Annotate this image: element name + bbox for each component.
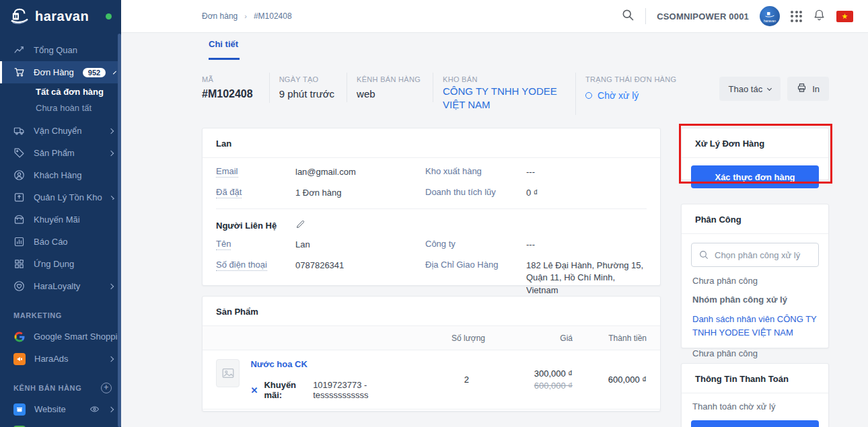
sidebar-item-haraloyalty[interactable]: HaraLoyalty: [0, 275, 121, 297]
payment-status: Thanh toán chờ xử lý: [682, 393, 828, 413]
eye-icon[interactable]: [89, 403, 100, 415]
unassigned-status-2: Chưa phân công: [682, 348, 828, 358]
name-label: Tên: [216, 239, 295, 249]
sidebar-item-overview[interactable]: Tổng Quan: [0, 39, 121, 61]
chevron-right-icon: [108, 150, 114, 155]
breadcrumb-orders-link[interactable]: Đơn hàng: [202, 11, 238, 21]
revenue-label: Doanh thu tích lũy: [425, 187, 526, 197]
status-pending-icon: [585, 92, 592, 99]
sidebar-item-inventory[interactable]: Quản Lý Tồn Kho: [0, 186, 121, 208]
breadcrumb-current: #M102408: [254, 11, 292, 21]
bar-chart-icon: [13, 236, 25, 247]
phone-value: 0787826341: [295, 260, 425, 272]
product-qty: 2: [404, 375, 485, 385]
sidebar-scrollbar[interactable]: [118, 34, 121, 427]
staff-list-link[interactable]: Danh sách nhân viên CÔNG TY TNHH YODEE V…: [682, 313, 828, 340]
website-icon: [13, 403, 26, 416]
sidebar-item-customers[interactable]: Khách Hàng: [0, 164, 121, 186]
add-channel-icon[interactable]: +: [101, 383, 112, 393]
order-channel-field: KÊNH BÁN HÀNG web: [347, 73, 433, 102]
chevron-right-icon: [108, 128, 114, 133]
app-launcher-icon[interactable]: [791, 11, 802, 22]
export-warehouse-value: ---: [526, 166, 647, 179]
logo[interactable]: haravan: [0, 0, 121, 32]
phone-label: Số điện thoại: [216, 260, 295, 270]
sidebar-item-apps[interactable]: Ứng Dụng: [0, 253, 121, 275]
sidebar-item-website[interactable]: Website: [0, 398, 121, 420]
top-header: Đơn hàng › #M102408 CSOMNIPOWER 0001 har…: [121, 0, 868, 33]
assignment-title: Phân Công: [682, 204, 828, 234]
payment-title: Thông Tin Thanh Toán: [682, 364, 828, 393]
company-label: Công ty: [425, 239, 526, 249]
avatar[interactable]: haravan: [760, 6, 780, 26]
order-status: Chờ xử lý: [598, 90, 639, 101]
products-title: Sản Phẩm: [203, 297, 660, 326]
column-total: Thành tiền: [573, 334, 647, 343]
tab-active-underline: [209, 58, 240, 60]
search-icon: [698, 249, 709, 260]
sidebar-item-all-orders[interactable]: Tất cả đơn hàng: [0, 83, 121, 100]
person-icon: [13, 169, 25, 181]
payment-card: Thông Tin Thanh Toán Thanh toán chờ xử l…: [681, 363, 829, 427]
export-warehouse-label: Kho xuất hàng: [425, 166, 526, 176]
chevron-right-icon: [108, 406, 114, 412]
actions-dropdown-button[interactable]: Thao tác: [719, 77, 781, 101]
printer-icon: [797, 83, 807, 95]
confirm-order-button[interactable]: Xác thực đơn hàng: [691, 165, 819, 188]
product-total: 600,000 ₫: [573, 375, 647, 385]
notifications-bell-icon[interactable]: [813, 9, 826, 24]
print-button[interactable]: In: [787, 77, 829, 101]
customer-card: Lan Email lan@gmail.com Kho xuất hàng --…: [202, 128, 661, 286]
customer-name-title: Lan: [203, 128, 660, 158]
sidebar-item-reports[interactable]: Báo Cáo: [0, 231, 121, 253]
product-image-placeholder-icon: [216, 359, 240, 387]
shipping-address: 182 Lê Đại Hành, Phường 15, Quận 11, Hồ …: [526, 260, 647, 298]
sidebar-item-promotions[interactable]: Khuyến Mãi: [0, 208, 121, 231]
sidebar-item-hararetail[interactable]: Hararetail: [0, 420, 121, 427]
tab-detail[interactable]: Chi tiết: [209, 39, 238, 49]
product-price: 300,000 ₫ 600,000 ₫: [485, 368, 573, 391]
section-marketing: MARKETING: [0, 305, 121, 325]
haravan-logo-icon: [9, 7, 30, 25]
breadcrumb: Đơn hàng › #M102408: [202, 11, 292, 21]
column-qty: Số lượng: [404, 334, 485, 343]
sidebar-nav: Tổng Quan Đơn Hàng 952 Tất cả đơn hàng C…: [0, 32, 121, 427]
product-price-current: 300,000 ₫: [485, 368, 573, 379]
divider: [645, 8, 646, 24]
order-actions: Thao tác In: [719, 73, 829, 101]
truck-icon: [13, 125, 25, 137]
promo-value: 1019723773 - tesssssssssss: [313, 380, 404, 400]
assignment-search-box[interactable]: [691, 243, 819, 267]
gift-icon: [13, 214, 25, 225]
vietnam-flag-icon[interactable]: ★: [836, 11, 853, 22]
sidebar-item-google-smart-shopping[interactable]: Google Smart Shopping: [0, 325, 121, 348]
account-name[interactable]: CSOMNIPOWER 0001: [657, 11, 749, 22]
shipping-address-label: Địa Chỉ Giao Hàng: [425, 260, 526, 270]
order-warehouse-link[interactable]: CÔNG TY TNHH YODEE VIỆT NAM: [443, 85, 563, 112]
sidebar-item-products[interactable]: Sản Phẩm: [0, 142, 121, 164]
sidebar-item-haraads[interactable]: HaraAds: [0, 348, 121, 370]
google-icon: [13, 331, 25, 342]
sidebar-item-incomplete-orders[interactable]: Chưa hoàn tất: [0, 100, 121, 116]
products-table-header: Số lượng Giá Thành tiền: [203, 326, 660, 350]
revenue-value: 0 ₫: [526, 187, 647, 200]
chevron-down-icon: [767, 85, 772, 90]
remove-promo-icon[interactable]: ✕: [250, 385, 258, 395]
product-name-link[interactable]: Nước hoa CK: [250, 359, 404, 369]
sidebar-item-shipping[interactable]: Vận Chuyển: [0, 120, 121, 142]
customer-email: lan@gmail.com: [295, 166, 425, 179]
search-icon[interactable]: [621, 8, 635, 24]
ordered-count: 1 Đơn hàng: [295, 187, 425, 200]
assignment-search-input[interactable]: [715, 250, 811, 260]
email-label: Email: [216, 166, 295, 176]
order-created-field: NGÀY TẠO 9 phút trước: [270, 73, 347, 102]
orders-count-badge: 952: [83, 68, 106, 77]
tag-icon: [13, 147, 25, 159]
sidebar-item-orders[interactable]: Đơn Hàng 952: [0, 61, 121, 83]
ordered-label: Đã đặt: [216, 187, 295, 197]
logo-text: haravan: [35, 9, 100, 24]
edit-contact-pencil-icon[interactable]: [295, 219, 305, 232]
order-warehouse-field: KHO BÁN CÔNG TY TNHH YODEE VIỆT NAM: [433, 73, 576, 115]
online-status-dot: [106, 13, 112, 20]
pay-button[interactable]: Thanh toán: [691, 420, 819, 427]
